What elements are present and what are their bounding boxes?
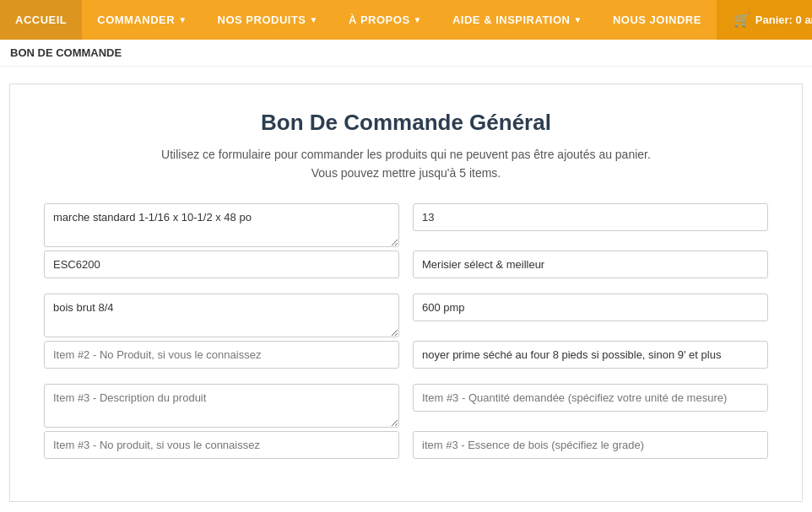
- chevron-down-icon: ▼: [414, 15, 422, 24]
- nav-nous-joindre[interactable]: NOUS JOINDRE: [598, 0, 717, 40]
- chevron-down-icon: ▼: [310, 15, 318, 24]
- item2-description-group: [44, 294, 399, 337]
- item1-quantity-group: [413, 203, 768, 247]
- item2-essence-input[interactable]: [413, 341, 768, 369]
- item3-product-no-input[interactable]: [44, 431, 399, 459]
- item1-product-no-group: [44, 251, 399, 278]
- cart-icon: 🛒: [734, 12, 750, 28]
- item3-essence-input[interactable]: [413, 431, 768, 459]
- nav-accueil[interactable]: ACCUEIL: [0, 0, 82, 40]
- cart-button[interactable]: 🛒 Panier: 0 article(s): [717, 0, 812, 40]
- breadcrumb: BON DE COMMANDE: [0, 40, 812, 67]
- item1-product-no-input[interactable]: [44, 251, 399, 278]
- item3-quantity-input[interactable]: [413, 384, 768, 412]
- item1-row1: [44, 203, 768, 247]
- item2-description-input[interactable]: [44, 294, 399, 337]
- main-nav: ACCUEIL COMMANDER ▼ NOS PRODUITS ▼ À PRO…: [0, 0, 812, 40]
- item1-quantity-input[interactable]: [413, 203, 768, 231]
- item1-description-group: [44, 203, 399, 247]
- item2-product-no-group: [44, 341, 399, 369]
- item2-quantity-input[interactable]: [413, 294, 768, 321]
- item3-row2: [44, 431, 768, 459]
- item3-quantity-group: [413, 384, 768, 428]
- page-subtitle: Utilisez ce formulaire pour commander le…: [44, 148, 768, 161]
- page-container: Bon De Commande Général Utilisez ce form…: [9, 84, 803, 502]
- chevron-down-icon: ▼: [573, 15, 582, 24]
- item3-essence-group: [413, 431, 768, 459]
- page-title: Bon De Commande Général: [44, 110, 768, 136]
- item1-essence-group: [413, 251, 768, 278]
- item3-product-no-group: [44, 431, 399, 459]
- item2-essence-group: [413, 341, 768, 369]
- item3-row1: [44, 384, 768, 428]
- nav-nos-produits[interactable]: NOS PRODUITS ▼: [203, 0, 333, 40]
- chevron-down-icon: ▼: [178, 15, 187, 24]
- item1-essence-input[interactable]: [413, 251, 768, 278]
- nav-a-propos[interactable]: À PROPOS ▼: [333, 0, 437, 40]
- item1-row2: [44, 251, 768, 278]
- item3-description-group: [44, 384, 399, 428]
- item2-quantity-group: [413, 294, 768, 337]
- nav-commander[interactable]: COMMANDER ▼: [82, 0, 202, 40]
- item2-row1: [44, 294, 768, 337]
- item3-description-input[interactable]: [44, 384, 399, 428]
- nav-aide-inspiration[interactable]: AIDE & INSPIRATION ▼: [437, 0, 598, 40]
- item2-product-no-input[interactable]: [44, 341, 399, 369]
- item1-description-input[interactable]: [44, 203, 399, 247]
- page-note: Vous pouvez mettre jusqu'à 5 items.: [44, 166, 768, 180]
- item2-row2: [44, 341, 768, 369]
